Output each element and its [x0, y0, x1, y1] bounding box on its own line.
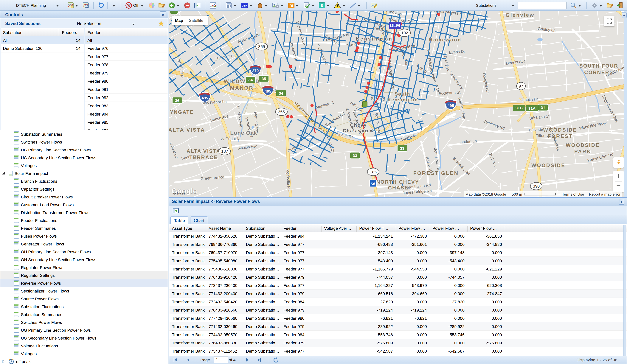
svg-text:FOREST: FOREST — [548, 133, 573, 139]
svg-text:MANOR: MANOR — [230, 85, 254, 91]
svg-text:Kensington: Kensington — [356, 36, 393, 42]
svg-text:495: 495 — [202, 96, 208, 100]
svg-text:31: 31 — [541, 105, 545, 110]
svg-text:ALTA VISTA: ALTA VISTA — [169, 127, 205, 133]
svg-text:33: 33 — [353, 154, 357, 158]
svg-text:South: South — [395, 91, 410, 97]
svg-text:TERRACE: TERRACE — [189, 155, 218, 160]
svg-text:FOREST GLEN: FOREST GLEN — [413, 170, 459, 176]
svg-text:Homewood: Homewood — [429, 37, 462, 42]
svg-text:31B: 31B — [516, 106, 523, 110]
svg-text:Chase View: Chase View — [343, 128, 374, 133]
svg-text:sington: sington — [169, 196, 189, 197]
svg-text:355: 355 — [278, 109, 285, 114]
svg-text:34: 34 — [279, 91, 283, 95]
svg-text:NORTH CHEVY: NORTH CHEVY — [376, 179, 419, 185]
svg-text:390: 390 — [533, 184, 540, 189]
svg-text:495: 495 — [265, 89, 271, 93]
svg-text:97: 97 — [519, 84, 523, 89]
svg-text:Chevy: Chevy — [350, 122, 367, 128]
svg-text:187: 187 — [221, 149, 228, 154]
svg-text:Kensington: Kensington — [388, 97, 418, 103]
svg-text:Lone Oak: Lone Oak — [230, 130, 257, 136]
svg-text:RI: RI — [290, 4, 293, 7]
svg-text:270: 270 — [252, 68, 259, 73]
svg-text:DER: DER — [241, 4, 247, 7]
svg-text:W Cedar Ln: W Cedar Ln — [220, 136, 242, 141]
svg-text:355: 355 — [258, 44, 265, 49]
svg-text:33: 33 — [400, 146, 404, 151]
svg-text:DLM: DLM — [390, 23, 400, 28]
svg-text:S: S — [321, 3, 323, 8]
svg-text:34: 34 — [248, 78, 253, 82]
svg-text:185: 185 — [370, 170, 377, 174]
svg-text:G: G — [371, 181, 375, 186]
svg-text:Glenview: Glenview — [506, 12, 535, 18]
svg-text:31A: 31A — [528, 106, 536, 110]
svg-text:CHASE: CHASE — [388, 185, 409, 191]
svg-text:WOODSIDE: WOODSIDE — [566, 142, 600, 148]
svg-text:35: 35 — [261, 77, 266, 81]
svg-text:CORNERS: CORNERS — [584, 70, 613, 75]
svg-text:WYNGATE: WYNGATE — [169, 109, 194, 115]
svg-text:WOODSIDE: WOODSIDE — [543, 127, 577, 133]
svg-text:36: 36 — [175, 98, 179, 103]
svg-text:192: 192 — [401, 31, 408, 35]
svg-text:WOODSIDE: WOODSIDE — [531, 162, 565, 168]
svg-text:495: 495 — [448, 104, 454, 108]
svg-text:PARK: PARK — [574, 149, 591, 154]
svg-text:SOUTH FOUR: SOUTH FOUR — [579, 63, 618, 69]
svg-text:ALTA VISTA: ALTA VISTA — [187, 148, 220, 154]
